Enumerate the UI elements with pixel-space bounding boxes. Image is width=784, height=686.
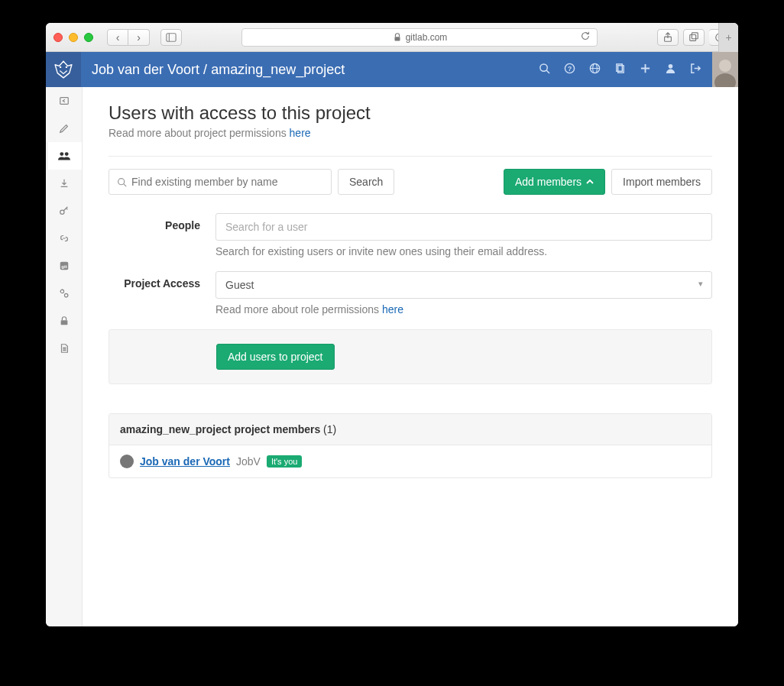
svg-text:git: git: [61, 264, 66, 269]
breadcrumb-separator: /: [203, 62, 207, 77]
tabs-button[interactable]: [683, 29, 705, 46]
add-users-button[interactable]: Add users to project: [216, 344, 335, 370]
chevron-up-icon: [586, 178, 594, 186]
reload-icon[interactable]: [580, 31, 591, 44]
permissions-link[interactable]: here: [290, 127, 311, 139]
members-panel-head: amazing_new_project project members (1): [109, 414, 711, 445]
help-icon[interactable]: ?: [564, 63, 575, 76]
add-members-button[interactable]: Add members: [504, 169, 605, 195]
page-title: Users with access to this project: [109, 102, 712, 124]
its-you-badge: It's you: [267, 455, 303, 468]
svg-point-31: [64, 293, 67, 296]
app-body: git Users with access to this project Re…: [46, 87, 738, 626]
role-permissions-link[interactable]: here: [382, 303, 403, 315]
search-input-wrap: [109, 169, 332, 195]
breadcrumb-owner[interactable]: Job van der Voort: [92, 62, 199, 77]
add-members-label: Add members: [515, 176, 582, 188]
minimize-icon[interactable]: [69, 33, 78, 42]
svg-rect-5: [692, 32, 698, 38]
nav-buttons: ‹ ›: [107, 29, 150, 46]
svg-point-33: [118, 178, 125, 184]
access-select-wrap: [215, 271, 712, 299]
top-nav-icons: ?: [539, 63, 701, 76]
svg-point-7: [60, 66, 61, 68]
svg-point-26: [64, 152, 68, 156]
search-icon[interactable]: [539, 63, 550, 76]
svg-rect-2: [394, 37, 400, 40]
sidebar-item-webhook[interactable]: [46, 225, 82, 252]
sidebar-item-protected[interactable]: [46, 307, 82, 335]
access-help-prefix: Read more about role permissions: [215, 303, 382, 315]
search-input[interactable]: [131, 176, 323, 188]
member-name-link[interactable]: Job van der Voort: [140, 455, 230, 468]
user-avatar[interactable]: [712, 52, 738, 87]
svg-point-25: [60, 152, 63, 156]
sidebar-item-back[interactable]: [46, 87, 82, 115]
main-content: Users with access to this project Read m…: [83, 87, 738, 626]
lock-icon: [392, 32, 403, 43]
svg-point-22: [719, 60, 731, 72]
svg-line-34: [124, 183, 126, 186]
breadcrumb-project[interactable]: amazing_new_project: [211, 62, 345, 77]
sidebar-toggle-button[interactable]: [160, 29, 182, 46]
sidebar-item-edit[interactable]: [46, 115, 82, 142]
actions-row: Search Add members Import members: [109, 169, 712, 195]
access-help-text: Read more about role permissions here: [215, 303, 712, 315]
snippet-icon[interactable]: [614, 63, 626, 76]
svg-point-8: [66, 66, 67, 68]
submit-bar: Add users to project: [109, 329, 712, 384]
sidebar-item-key[interactable]: [46, 197, 82, 225]
svg-point-9: [540, 64, 547, 71]
globe-icon[interactable]: [589, 63, 601, 76]
svg-point-20: [669, 64, 673, 69]
forward-button[interactable]: ›: [128, 29, 150, 46]
member-handle: JobV: [236, 455, 261, 468]
svg-rect-32: [60, 320, 67, 325]
divider: [109, 156, 712, 157]
top-nav: Job van der Voort / amazing_new_project …: [46, 52, 738, 87]
search-icon: [117, 177, 127, 187]
page-subtitle: Read more about project permissions here: [109, 127, 712, 139]
address-bar[interactable]: gitlab.com: [241, 28, 598, 47]
people-help-text: Search for existing users or invite new …: [215, 245, 712, 257]
access-select[interactable]: [215, 271, 712, 299]
svg-line-10: [546, 70, 549, 73]
access-row: Project Access Read more about role perm…: [109, 271, 712, 315]
subtitle-text: Read more about project permissions: [109, 127, 290, 139]
new-tab-button[interactable]: +: [718, 23, 738, 52]
plus-icon[interactable]: [640, 63, 651, 76]
close-icon[interactable]: [53, 33, 63, 42]
people-input[interactable]: [215, 213, 712, 241]
svg-rect-4: [690, 34, 696, 40]
sidebar-item-settings[interactable]: [46, 280, 82, 307]
members-title: amazing_new_project project members: [120, 423, 320, 435]
access-label: Project Access: [109, 271, 215, 315]
svg-rect-0: [167, 33, 176, 41]
breadcrumb: Job van der Voort / amazing_new_project: [92, 62, 531, 78]
browser-titlebar: ‹ › gitlab.com +: [46, 23, 738, 52]
address-text: gitlab.com: [406, 32, 448, 43]
back-button[interactable]: ‹: [107, 29, 128, 46]
people-label: People: [109, 213, 215, 257]
sidebar-item-members[interactable]: [46, 142, 82, 170]
members-panel: amazing_new_project project members (1) …: [109, 413, 712, 478]
user-icon[interactable]: [665, 63, 676, 76]
address-bar-container: gitlab.com: [241, 28, 598, 47]
maximize-icon[interactable]: [84, 33, 93, 42]
members-count: (1): [323, 423, 336, 435]
share-button[interactable]: [657, 29, 679, 46]
svg-rect-24: [60, 98, 68, 105]
sidebar-item-pages[interactable]: [46, 335, 82, 362]
svg-text:?: ?: [568, 65, 572, 73]
gitlab-logo[interactable]: [46, 52, 81, 87]
sidebar-item-deploy[interactable]: [46, 170, 82, 197]
sidebar-item-git[interactable]: git: [46, 252, 82, 280]
search-button[interactable]: Search: [338, 169, 394, 195]
member-row: Job van der Voort JobV It's you: [109, 445, 711, 477]
people-row: People Search for existing users or invi…: [109, 213, 712, 257]
sidebar: git: [46, 87, 83, 626]
browser-window: ‹ › gitlab.com +: [46, 23, 738, 626]
window-controls: [53, 33, 93, 42]
import-members-button[interactable]: Import members: [611, 169, 712, 195]
logout-icon[interactable]: [690, 63, 701, 76]
